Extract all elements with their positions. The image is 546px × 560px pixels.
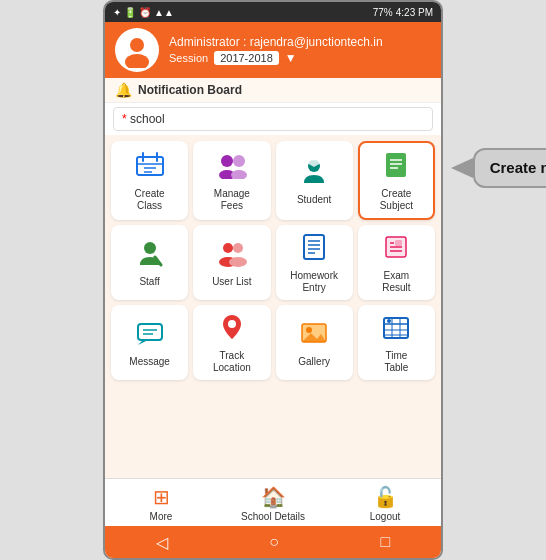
message-icon bbox=[135, 319, 165, 352]
svg-point-0 bbox=[130, 38, 144, 52]
grid-item-create-class[interactable]: CreateClass bbox=[111, 141, 188, 220]
notification-bell-icon: 🔔 bbox=[115, 82, 132, 98]
grid-item-user-list[interactable]: User List bbox=[193, 225, 270, 300]
gallery-icon bbox=[299, 319, 329, 352]
menu-grid-area: CreateClass ManageFees bbox=[105, 135, 441, 478]
school-details-label: School Details bbox=[241, 511, 305, 522]
callout-tooltip: Create new subject bbox=[473, 148, 546, 188]
message-label: Message bbox=[129, 356, 170, 368]
homework-entry-icon bbox=[299, 233, 329, 266]
create-subject-icon bbox=[381, 151, 411, 184]
track-location-icon bbox=[217, 313, 247, 346]
student-icon bbox=[299, 157, 329, 190]
user-list-label: User List bbox=[212, 276, 251, 288]
logout-label: Logout bbox=[370, 511, 401, 522]
grid-item-manage-fees[interactable]: ManageFees bbox=[193, 141, 270, 220]
staff-icon bbox=[135, 239, 165, 272]
logout-icon: 🔓 bbox=[373, 485, 398, 509]
admin-label: Administrator : rajendra@junctiontech.in bbox=[169, 35, 431, 49]
grid-item-exam-result[interactable]: ExamResult bbox=[358, 225, 435, 300]
header-info: Administrator : rajendra@junctiontech.in… bbox=[169, 35, 431, 65]
star-icon: * bbox=[122, 112, 130, 126]
svg-point-9 bbox=[233, 155, 245, 167]
notification-bar: 🔔 Notification Board bbox=[105, 78, 441, 103]
callout-text: Create new subject bbox=[473, 148, 546, 188]
menu-grid: CreateClass ManageFees bbox=[111, 141, 435, 380]
status-bar: ✦ 🔋 ⏰ ▲▲ 77% 4:23 PM bbox=[105, 2, 441, 22]
signal-icon: ▲▲ bbox=[154, 7, 174, 18]
track-location-label: TrackLocation bbox=[213, 350, 251, 374]
gallery-label: Gallery bbox=[298, 356, 330, 368]
bluetooth-icon: ✦ bbox=[113, 7, 121, 18]
session-label: Session bbox=[169, 52, 208, 64]
svg-point-17 bbox=[144, 242, 156, 254]
svg-rect-33 bbox=[138, 324, 162, 340]
bottom-navigation: ⊞ More 🏠 School Details 🔓 Logout bbox=[105, 478, 441, 526]
alarm-icon: ⏰ bbox=[139, 7, 151, 18]
create-subject-label: CreateSubject bbox=[380, 188, 413, 212]
nav-more[interactable]: ⊞ More bbox=[105, 485, 217, 522]
more-icon: ⊞ bbox=[153, 485, 170, 509]
exam-result-label: ExamResult bbox=[382, 270, 410, 294]
svg-point-11 bbox=[231, 170, 247, 179]
session-value: 2017-2018 bbox=[214, 51, 279, 65]
notification-content: * school bbox=[113, 107, 433, 131]
svg-point-19 bbox=[223, 243, 233, 253]
exam-result-icon bbox=[381, 233, 411, 266]
notification-title: Notification Board bbox=[138, 83, 242, 97]
manage-fees-icon bbox=[217, 151, 247, 184]
avatar bbox=[115, 28, 159, 72]
grid-item-homework-entry[interactable]: HomeworkEntry bbox=[276, 225, 353, 300]
battery-text: 77% bbox=[373, 7, 393, 18]
homework-entry-label: HomeworkEntry bbox=[290, 270, 338, 294]
student-label: Student bbox=[297, 194, 331, 206]
school-details-icon: 🏠 bbox=[261, 485, 286, 509]
app-header: Administrator : rajendra@junctiontech.in… bbox=[105, 22, 441, 78]
create-class-label: CreateClass bbox=[135, 188, 165, 212]
time-table-label: TimeTable bbox=[384, 350, 408, 374]
recent-button[interactable]: □ bbox=[381, 533, 391, 551]
grid-item-time-table[interactable]: TimeTable bbox=[358, 305, 435, 380]
grid-item-staff[interactable]: Staff bbox=[111, 225, 188, 300]
manage-fees-label: ManageFees bbox=[214, 188, 250, 212]
staff-label: Staff bbox=[139, 276, 159, 288]
nav-school-details[interactable]: 🏠 School Details bbox=[217, 485, 329, 522]
create-class-icon bbox=[135, 151, 165, 184]
svg-point-22 bbox=[229, 257, 247, 267]
svg-point-48 bbox=[387, 319, 391, 323]
nav-logout[interactable]: 🔓 Logout bbox=[329, 485, 441, 522]
svg-rect-32 bbox=[395, 240, 402, 246]
svg-point-37 bbox=[228, 320, 236, 328]
svg-point-40 bbox=[306, 327, 312, 333]
android-nav-bar: ◁ ○ □ bbox=[105, 526, 441, 558]
svg-rect-13 bbox=[386, 153, 406, 177]
status-right-icons: 77% 4:23 PM bbox=[373, 7, 433, 18]
user-list-icon bbox=[217, 239, 247, 272]
grid-item-create-subject[interactable]: CreateSubject bbox=[358, 141, 435, 220]
home-button[interactable]: ○ bbox=[269, 533, 279, 551]
grid-item-gallery[interactable]: Gallery bbox=[276, 305, 353, 380]
svg-point-8 bbox=[221, 155, 233, 167]
svg-point-20 bbox=[233, 243, 243, 253]
time-text: 4:23 PM bbox=[396, 7, 433, 18]
callout-arrow bbox=[451, 158, 473, 178]
status-left-icons: ✦ 🔋 ⏰ ▲▲ bbox=[113, 7, 174, 18]
time-table-icon bbox=[381, 313, 411, 346]
grid-item-track-location[interactable]: TrackLocation bbox=[193, 305, 270, 380]
session-dropdown-icon[interactable]: ▼ bbox=[285, 51, 297, 65]
charge-icon: 🔋 bbox=[124, 7, 136, 18]
back-button[interactable]: ◁ bbox=[156, 533, 168, 552]
grid-item-message[interactable]: Message bbox=[111, 305, 188, 380]
more-label: More bbox=[150, 511, 173, 522]
grid-item-student[interactable]: Student bbox=[276, 141, 353, 220]
svg-point-1 bbox=[125, 54, 149, 68]
notification-item: * school bbox=[122, 112, 424, 126]
svg-rect-23 bbox=[304, 235, 324, 259]
